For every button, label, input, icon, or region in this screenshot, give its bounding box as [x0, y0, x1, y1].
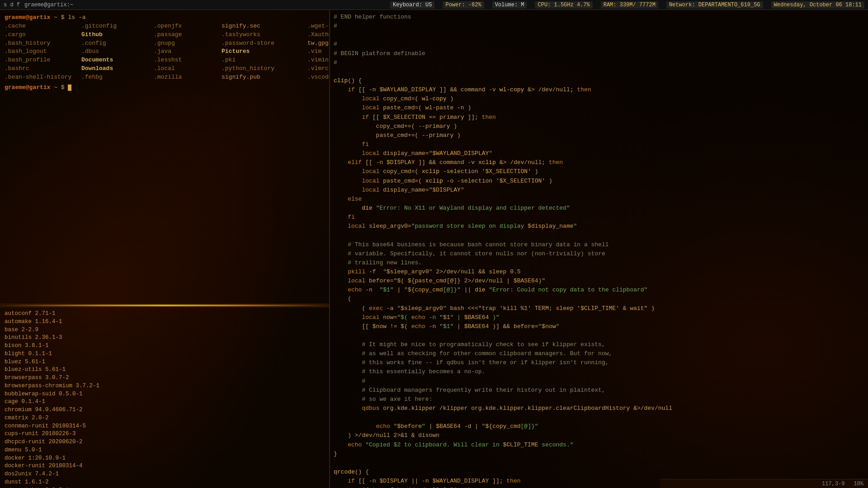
network-badge: Network: DEPARTAMENTO_610_5G	[666, 1, 763, 9]
code-line: }	[334, 450, 863, 459]
list-item: automake 1.16.4-1	[5, 318, 325, 326]
code-line: if [[ -n $WAYLAND_DISPLAY ]] && command …	[334, 85, 863, 94]
list-item: cups-runit 20180226-3	[5, 430, 325, 438]
status-right: Keyboard: US Power: -82% Volume: M CPU: …	[390, 1, 864, 9]
scroll-percent: 10%	[854, 481, 863, 487]
code-line: # variable. Specifically, it cannot stor…	[334, 249, 863, 258]
code-line: # Clipboard managers frequently write th…	[334, 386, 863, 395]
code-line: # It might be nice to programatically ch…	[334, 340, 863, 349]
code-line: (	[334, 295, 863, 304]
code-line: echo "$before" | $BASE64 -d | "${copy_cm…	[334, 422, 863, 431]
terminal-upper[interactable]: graeme@gartix ~ $ ls -a .cache .gitconfi…	[0, 10, 329, 304]
list-item: dos2unix 7.4.2-1	[5, 470, 325, 479]
list-item: bluez 5.61-1	[5, 358, 325, 366]
code-line: qrcode() {	[334, 468, 863, 477]
list-item: connman-runit 20180314-5	[5, 422, 325, 431]
cursor-position: 117,3-9	[822, 481, 844, 487]
editor-statusbar: 117,3-9 10%	[660, 479, 868, 488]
code-line: local paste_cmd=( xclip -o -selection '$…	[334, 177, 863, 186]
code-line: local sleep_argv0="password store sleep …	[334, 222, 863, 231]
file-listing: .cache .gitconfig .openjfx signify.sec .…	[5, 22, 325, 82]
terminal-prompt2: graeme@gartix ~ $	[5, 84, 325, 92]
code-area[interactable]: # END helper functions# ## BEGIN platfor…	[330, 10, 868, 488]
code-line: fi	[334, 140, 863, 149]
code-line: elif [[ -n $DISPLAY ]] && command -v xcl…	[334, 158, 863, 167]
list-item: cage 0.1.4-1	[5, 398, 325, 406]
list-item: bubblewrap-suid 0.5.0-1	[5, 390, 325, 399]
list-item: base 2-2.9	[5, 326, 325, 334]
code-line: local copy_cmd=( xclip -selection '$X_SE…	[334, 167, 863, 176]
code-line: # so we axe it here:	[334, 395, 863, 404]
code-line: qdbus org.kde.klipper /klipper org.kde.k…	[334, 404, 863, 413]
code-line: clip() {	[334, 76, 863, 85]
list-item: bluez-utils 5.61-1	[5, 366, 325, 374]
code-line: copy_cmd+=( --primary )	[334, 122, 863, 131]
code-line: pkill -f "$sleep_argv0" 2>/dev/null && s…	[334, 267, 863, 277]
code-line	[334, 413, 863, 422]
code-line: #	[334, 58, 863, 67]
code-line: echo "Copied $2 to clipboard. Will clear…	[334, 441, 863, 450]
list-item: docker 1:20.10.9-1	[5, 455, 325, 463]
terminal-lower[interactable]: autoconf 2.71-1automake 1.16.4-1base 2-2…	[0, 307, 329, 488]
code-line: local paste_cmd=( wl-paste -n )	[334, 103, 863, 113]
code-line: # END helper functions	[334, 13, 863, 22]
code-line: local display_name="$WAYLAND_DISPLAY"	[334, 149, 863, 158]
list-item: dmenu 5.0-1	[5, 446, 325, 455]
code-line: local before="$( ${paste_cmd[@]} 2>/dev/…	[334, 277, 863, 286]
code-line	[334, 459, 863, 468]
code-line: die "Error: No X11 or Wayland display an…	[334, 204, 863, 213]
code-line: ( exec -a "$sleep_argv0" bash <<<"trap '…	[334, 304, 863, 313]
list-item: cmatrix 2.0-2	[5, 414, 325, 422]
code-line	[334, 231, 863, 240]
list-item: autoconf 2.71-1	[5, 310, 325, 318]
code-line: local copy_cmd=( wl-copy )	[334, 94, 863, 103]
terminal-divider	[0, 304, 329, 307]
code-line: # trailing new lines.	[334, 258, 863, 267]
date-badge: Wednesday, October 06 18:11	[771, 1, 864, 9]
list-item: bison 3.8.1-1	[5, 342, 325, 350]
code-line: # This base64 business is because bash c…	[334, 240, 863, 249]
volume-badge: Volume: M	[492, 1, 527, 9]
list-item: dunst 1.6.1-2	[5, 479, 325, 487]
code-line: [[ $now != $( echo -n "$1" | $BASE64 )] …	[334, 322, 863, 331]
cpu-badge: CPU: 1.5GHz 4.7%	[535, 1, 592, 9]
code-line: ) >/dev/null 2>&1 & disown	[334, 431, 863, 440]
status-left: s d f graeme@gartix:~	[4, 2, 73, 8]
list-item: edex-ui-bin 2.2.7-1	[5, 487, 325, 488]
code-line: #	[334, 377, 863, 386]
list-item: docker-runit 20180314-4	[5, 462, 325, 470]
divider-bar	[0, 305, 329, 306]
code-line: paste_cmd+=( --primary )	[334, 131, 863, 140]
code-line: # this works fine -- if qdbus isn't ther…	[334, 358, 863, 367]
power-badge: Power: -82%	[443, 1, 484, 9]
right-pane[interactable]: # END helper functions# ## BEGIN platfor…	[330, 10, 868, 488]
keyboard-badge: Keyboard: US	[390, 1, 434, 9]
code-line: #	[334, 40, 863, 49]
code-line	[334, 331, 863, 340]
package-list: autoconf 2.71-1automake 1.16.4-1base 2-2…	[5, 310, 325, 488]
left-pane: graeme@gartix ~ $ ls -a .cache .gitconfi…	[0, 10, 330, 488]
terminal-prompt-line: graeme@gartix ~ $ ls -a	[5, 14, 325, 22]
code-line	[334, 31, 863, 40]
code-line: # this essentially becomes a no-op.	[334, 367, 863, 376]
code-lines: # END helper functions# ## BEGIN platfor…	[334, 13, 863, 488]
code-line: if [[ $X_SELECTION == primary ]]; then	[334, 113, 863, 122]
code-line: echo -n "$1" | "${copy_cmd[@]}" || die "…	[334, 286, 863, 295]
code-line: local now="$( echo -n "$1" | $BASE64 )"	[334, 313, 863, 322]
code-line	[334, 67, 863, 76]
main-layout: graeme@gartix ~ $ ls -a .cache .gitconfi…	[0, 10, 868, 488]
status-bar: s d f graeme@gartix:~ Keyboard: US Power…	[0, 0, 868, 10]
list-item: browserpass-chromium 3.7.2-1	[5, 382, 325, 390]
wm-letters: s d f	[4, 2, 20, 8]
list-item: chromium 94.0.4606.71-2	[5, 406, 325, 414]
code-line: fi	[334, 213, 863, 222]
code-line: # BEGIN platform definable	[334, 49, 863, 58]
terminal-title: graeme@gartix:~	[24, 2, 73, 8]
code-line: # as well as checking for other common c…	[334, 349, 863, 358]
code-line: local display_name="$DISPLAY"	[334, 186, 863, 195]
list-item: browserpass 3.0.7-2	[5, 374, 325, 382]
list-item: binutils 2.36.1-3	[5, 334, 325, 342]
code-line: #	[334, 22, 863, 31]
list-item: dhcpcd-runit 20200620-2	[5, 438, 325, 446]
ram-badge: RAM: 339M/ 7772M	[601, 1, 658, 9]
